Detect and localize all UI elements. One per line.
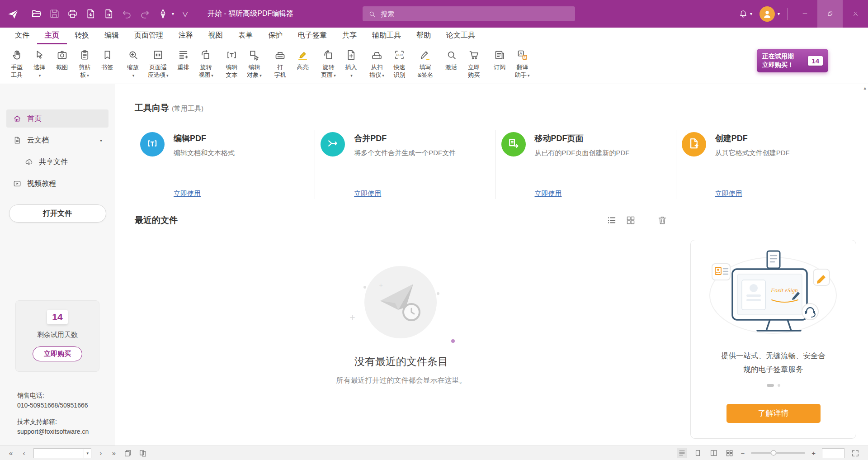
close-button[interactable] [843,0,868,28]
menu-form[interactable]: 表单 [231,28,260,44]
ribbon-page-fit-button[interactable]: 页面适应选项▾ [144,48,172,81]
menu-comment[interactable]: 注释 [171,28,201,44]
restore-button[interactable] [817,0,843,28]
ribbon-highlight-button[interactable]: 高亮 [292,48,314,72]
search-box[interactable] [363,6,575,21]
menu-page-management[interactable]: 页面管理 [127,28,171,44]
previous-page-icon[interactable]: ‹ [20,449,28,457]
menu-convert[interactable]: 转换 [67,28,97,44]
open-folder-icon[interactable] [31,8,42,19]
menu-share[interactable]: 共享 [335,28,364,44]
ribbon-clipboard-button[interactable]: 剪贴板▾ [73,48,96,81]
ribbon-subscribe-button[interactable]: 订阅 [488,48,511,72]
copy-pages-icon[interactable] [138,449,147,458]
ribbon-select-button[interactable]: 选择▾ [28,48,51,81]
menu-paper-tools[interactable]: 论文工具 [439,28,483,44]
customize-toolbar-icon[interactable]: ▽ [179,8,191,19]
save-icon[interactable] [49,8,60,19]
tool-card-use-now-link[interactable]: 立即使用 [174,190,201,198]
first-page-icon[interactable]: « [7,449,14,457]
ribbon-translate-button[interactable]: A文 翻译助手▾ [511,48,533,81]
ribbon-typewriter-button[interactable]: 打字机 [269,48,292,80]
tool-card-use-now-link[interactable]: 立即使用 [354,190,381,198]
menu-edit[interactable]: 编辑 [97,28,127,44]
snapshot-tool-icon[interactable] [123,449,132,458]
scrollbar-up-icon[interactable]: ▴ [863,85,866,91]
grid-view-icon[interactable] [625,215,636,226]
ribbon-quick-ocr-button[interactable]: OCR 快速识别 [388,48,411,80]
user-avatar[interactable] [760,6,775,22]
menu-home[interactable]: 主页 [37,28,67,44]
sidebar-item-video-tutorials[interactable]: 视频教程 [6,175,108,193]
ribbon-fill-sign-button[interactable]: 填写&签名 [414,48,437,80]
undo-icon[interactable] [121,8,132,19]
fill-sign-icon [419,49,431,61]
dropdown-caret-icon: ▾ [87,73,89,78]
ribbon-from-scanner-button[interactable]: 从扫描仪▾ [366,48,388,81]
menu-file[interactable]: 文件 [7,28,37,44]
page-number-input[interactable] [34,450,84,456]
account-caret-icon[interactable]: ▾ [778,11,780,16]
ribbon-snapshot-button[interactable]: 截图 [51,48,73,72]
menu-accessibility[interactable]: 辅助工具 [364,28,409,44]
tool-card-use-now-link[interactable]: 立即使用 [535,190,562,198]
pen-quick-icon[interactable] [157,8,169,19]
export-doc-icon[interactable] [85,8,96,19]
zoom-out-icon[interactable]: − [741,449,745,457]
pagination-dot[interactable] [778,384,780,387]
menu-protect[interactable]: 保护 [260,28,290,44]
learn-more-button[interactable]: 了解详情 [726,404,821,423]
convert-doc-icon[interactable] [103,8,114,19]
ribbon-buy-now-button[interactable]: 立即购买 [462,48,485,80]
chevron-down-icon[interactable]: ▾ [100,138,102,143]
ribbon-edit-object-button[interactable]: 编辑对象▾ [243,48,266,81]
list-view-icon[interactable] [606,215,617,226]
menu-esign[interactable]: 电子签章 [290,28,335,44]
facing-view-icon[interactable] [709,448,718,458]
sidebar-item-cloud-docs[interactable]: 云文档 ▾ [6,131,108,149]
highlight-icon [297,49,309,61]
menu-help[interactable]: 帮助 [409,28,439,44]
ribbon-rotate-view-button[interactable]: 旋转视图▾ [195,48,217,81]
notifications-bell-icon[interactable] [738,9,748,19]
support-email-address[interactable]: support@foxitsoftware.cn [17,427,89,436]
sidebar-item-home[interactable]: 首页 [6,109,108,128]
minimize-button[interactable] [792,0,817,28]
ribbon-activate-button[interactable]: 激活 [440,48,462,72]
open-file-button[interactable]: 打开文件 [9,204,106,223]
ribbon-hand-tool-button[interactable]: 手型工具 [5,48,28,80]
tool-card-use-now-link[interactable]: 立即使用 [715,190,742,198]
ribbon-rotate-pages-button[interactable]: 旋转页面▾ [317,48,340,81]
clear-recent-trash-icon[interactable] [657,215,668,226]
zoom-slider[interactable] [751,452,805,454]
continuous-view-icon[interactable] [677,448,687,458]
notifications-caret-icon[interactable]: ▾ [750,11,752,16]
last-page-icon[interactable]: » [110,449,118,457]
search-input[interactable] [381,10,570,18]
sidebar-item-shared-files[interactable]: 共享文件 [18,153,108,171]
ribbon-insert-button[interactable]: 插入▾ [340,48,363,81]
next-page-icon[interactable]: › [97,449,104,457]
ribbon-edit-text-button[interactable]: 编辑文本 [221,48,243,80]
zoom-percent-input[interactable] [822,448,844,458]
buy-now-button[interactable]: 立即购买 [33,346,82,361]
print-icon[interactable] [67,8,78,19]
single-page-view-icon[interactable] [693,448,703,458]
ribbon-bookmark-button[interactable]: 书签 [96,48,118,72]
fullscreen-icon[interactable] [851,449,860,458]
continuous-facing-view-icon[interactable] [725,448,734,458]
zoom-slider-thumb[interactable] [771,450,776,455]
ribbon-zoom-button[interactable]: 缩放▾ [122,48,144,81]
ribbon-reflow-button[interactable]: 重排 [172,48,195,72]
quick-tool-caret-icon[interactable]: ▾ [172,11,174,16]
select-icon [33,49,46,61]
zoom-in-icon[interactable]: + [811,449,816,457]
page-dropdown-caret-icon[interactable]: ▾ [84,449,91,458]
promo-caption-line1: 提供一站式、无缝流畅、安全合 [703,349,843,362]
trial-buy-now-badge[interactable]: 正在试用期立即购买！ 14 [757,49,828,72]
pagination-dot-active[interactable] [767,384,774,387]
redo-icon[interactable] [139,8,151,19]
sidebar-item-label: 云文档 [27,136,49,145]
menu-view[interactable]: 视图 [201,28,231,44]
app-logo-icon [6,7,20,21]
